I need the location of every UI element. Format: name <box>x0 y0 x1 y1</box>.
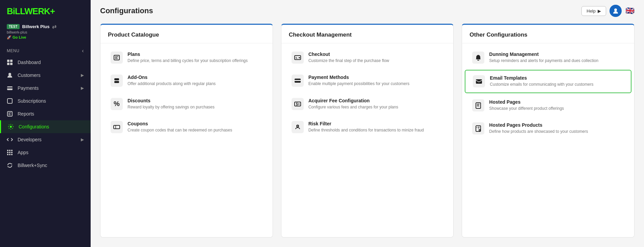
dunning-icon <box>472 52 484 64</box>
checkout-content: Checkout Customize the final step of the… <box>308 52 443 64</box>
card-item-risk-filter[interactable]: Risk Filter Define thresholds and condit… <box>284 116 451 138</box>
card-items-other: Dunning Management Setup reminders and a… <box>462 43 634 237</box>
customers-icon <box>7 72 14 78</box>
payment-methods-icon <box>292 75 304 87</box>
card-item-checkout[interactable]: Checkout Customize the final step of the… <box>284 47 451 68</box>
card-item-add-ons[interactable]: Add-Ons Offer additional products along … <box>103 70 270 91</box>
card-item-discounts[interactable]: % Discounts Reward loyalty by offering s… <box>103 93 270 115</box>
svg-text:$=: $= <box>296 102 300 106</box>
plans-title: Plans <box>128 52 262 57</box>
svg-rect-31 <box>476 79 482 84</box>
sidebar-item-label: Configurations <box>19 124 49 129</box>
card-header-other: Other Configurations <box>462 25 634 43</box>
sidebar-item-payments[interactable]: Payments ▶ <box>0 82 91 95</box>
discounts-title: Discounts <box>128 98 262 103</box>
plans-content: Plans Define price, terms and billing cy… <box>128 52 262 64</box>
account-sub: billwerk-plus <box>7 30 56 34</box>
addons-title: Add-Ons <box>128 75 262 80</box>
sidebar-item-label: Subscriptions <box>18 98 46 104</box>
chevron-right-icon: ▶ <box>81 73 84 78</box>
hosted-pages-icon <box>472 99 484 111</box>
language-flag[interactable]: 🇬🇧 <box>625 6 635 16</box>
card-item-email-templates[interactable]: Email Templates Customize emails for com… <box>465 70 631 93</box>
sidebar-nav: Dashboard Customers ▶ Payments ▶ Subscri… <box>0 56 91 247</box>
account-badge: TEST <box>7 24 20 29</box>
email-templates-desc: Customize emails for communicating with … <box>490 82 623 87</box>
menu-label: Menu ‹ <box>0 44 91 56</box>
sync-icon <box>7 162 14 168</box>
help-label: Help <box>586 8 596 14</box>
main-content: Configurations Help ▶ 🇬🇧 Product Catalog… <box>91 0 644 247</box>
avatar-button[interactable] <box>610 5 622 17</box>
dunning-content: Dunning Management Setup reminders and a… <box>489 52 624 64</box>
sidebar-item-label: Developers <box>18 137 42 142</box>
discounts-desc: Reward loyalty by offering savings on pu… <box>128 104 262 110</box>
sidebar-item-configurations[interactable]: Configurations <box>0 120 91 133</box>
sidebar-item-developers[interactable]: Developers ▶ <box>0 133 91 146</box>
svg-rect-13 <box>7 152 8 153</box>
cards-area: Product Catalogue Plans Define price, te… <box>91 20 644 247</box>
payment-methods-title: Payment Methods <box>308 75 443 80</box>
card-item-hosted-pages[interactable]: Hosted Pages Showcase your different pro… <box>465 95 631 116</box>
card-item-coupons[interactable]: Coupons Create coupon codes that can be … <box>103 116 270 138</box>
risk-filter-desc: Define thresholds and conditions for tra… <box>308 127 443 133</box>
risk-filter-title: Risk Filter <box>308 121 443 126</box>
email-templates-content: Email Templates Customize emails for com… <box>490 75 623 87</box>
card-item-dunning[interactable]: Dunning Management Setup reminders and a… <box>465 47 631 68</box>
checkout-icon <box>292 52 304 64</box>
sidebar-item-billwerk-sync[interactable]: Billwerk+Sync <box>0 159 91 172</box>
svg-rect-18 <box>11 154 13 155</box>
svg-rect-2 <box>7 63 9 65</box>
hosted-pages-content: Hosted Pages Showcase your different pro… <box>489 99 624 111</box>
hosted-pages-title: Hosted Pages <box>489 99 624 105</box>
account-name: Billwerk Plus <box>22 24 50 29</box>
sidebar-item-label: Reports <box>18 111 34 117</box>
card-item-plans[interactable]: Plans Define price, terms and billing cy… <box>103 47 270 68</box>
svg-point-4 <box>8 73 11 76</box>
acquirer-fee-content: Acquirer Fee Configuration Configure var… <box>308 98 443 110</box>
sidebar: BiLLWERK+ TEST Billwerk Plus ⇄ billwerk-… <box>0 0 91 247</box>
card-header-product-catalogue: Product Catalogue <box>100 25 273 43</box>
sidebar-item-subscriptions[interactable]: Subscriptions <box>0 95 91 107</box>
discounts-icon: % <box>111 98 123 110</box>
svg-point-24 <box>299 57 300 59</box>
sidebar-item-apps[interactable]: Apps <box>0 146 91 159</box>
payment-methods-content: Payment Methods Enable multiple payment … <box>308 75 443 87</box>
hosted-pages-products-content: Hosted Pages Products Define how product… <box>489 122 624 135</box>
help-button[interactable]: Help ▶ <box>581 6 606 16</box>
svg-point-30 <box>297 126 298 127</box>
logo-text: BiLLWERK <box>7 6 50 16</box>
email-templates-icon <box>473 75 485 87</box>
collapse-icon[interactable]: ‹ <box>82 48 84 54</box>
configurations-icon <box>8 124 15 130</box>
logo-plus: + <box>50 6 55 16</box>
checkout-management-card: Checkout Management Checkout Customize t… <box>281 24 454 238</box>
svg-point-9 <box>10 126 12 128</box>
sidebar-item-label: Customers <box>18 73 41 78</box>
svg-rect-12 <box>11 150 13 151</box>
dunning-title: Dunning Management <box>489 52 624 57</box>
subscriptions-icon <box>7 98 14 104</box>
card-item-acquirer-fee[interactable]: $= Acquirer Fee Configuration Configure … <box>284 93 451 115</box>
plans-desc: Define price, terms and billing cycles f… <box>128 58 262 64</box>
svg-rect-32 <box>476 103 481 108</box>
card-item-hosted-pages-products[interactable]: Hosted Pages Products Define how product… <box>465 118 631 139</box>
sidebar-item-dashboard[interactable]: Dashboard <box>0 56 91 69</box>
product-catalogue-card: Product Catalogue Plans Define price, te… <box>100 24 273 238</box>
apps-icon <box>7 149 14 156</box>
svg-rect-16 <box>7 154 8 155</box>
card-item-payment-methods[interactable]: Payment Methods Enable multiple payment … <box>284 70 451 91</box>
sidebar-item-reports[interactable]: Reports <box>0 107 91 120</box>
svg-rect-14 <box>9 152 10 153</box>
coupons-title: Coupons <box>128 121 262 126</box>
sidebar-item-label: Billwerk+Sync <box>18 163 47 168</box>
hosted-pages-products-title: Hosted Pages Products <box>489 122 624 128</box>
svg-rect-21 <box>114 125 120 129</box>
account-section: TEST Billwerk Plus ⇄ billwerk-plus 🚀 Go … <box>0 21 91 44</box>
switch-icon[interactable]: ⇄ <box>52 23 56 30</box>
checkout-title: Checkout <box>308 52 443 57</box>
sidebar-item-customers[interactable]: Customers ▶ <box>0 69 91 82</box>
discounts-content: Discounts Reward loyalty by offering sav… <box>128 98 262 110</box>
card-header-checkout: Checkout Management <box>281 25 454 43</box>
go-live-link[interactable]: 🚀 Go Live <box>7 35 56 40</box>
